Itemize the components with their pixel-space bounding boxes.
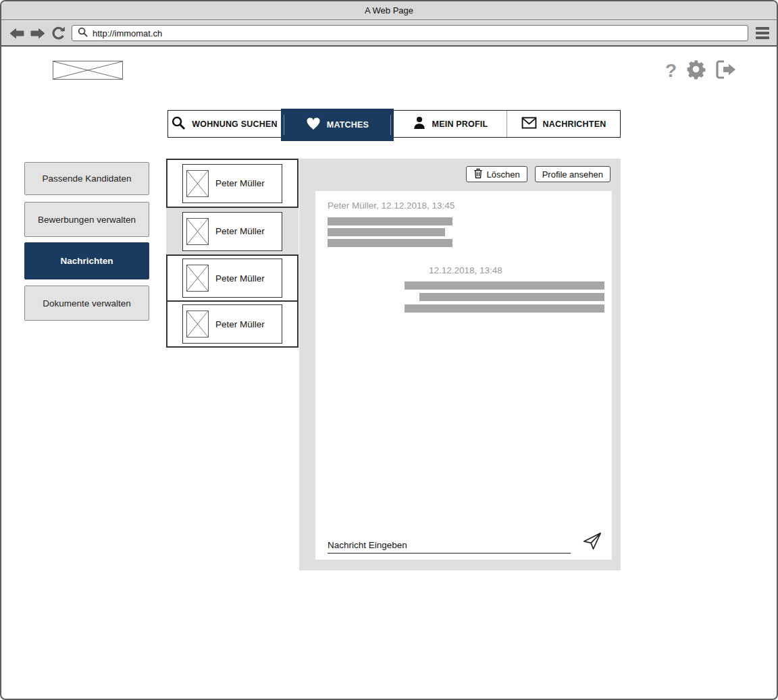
delete-button-label: Löschen (487, 169, 520, 180)
delete-conversation-button[interactable]: Löschen (466, 166, 527, 182)
avatar-placeholder (186, 218, 209, 245)
message-input[interactable]: Nachricht Eingeben (328, 540, 571, 554)
tab-label: MEIN PROFIL (432, 119, 488, 129)
chat-panel: Löschen Profile ansehen Peter Müller, 12… (299, 159, 621, 570)
sidebar-item-bewerbungen-verwalten[interactable]: Bewerbungen verwalten (24, 202, 149, 237)
tab-matches[interactable]: MATCHES (281, 109, 394, 141)
url-search-icon (78, 27, 88, 39)
contact-name: Peter Müller (215, 178, 265, 188)
tab-label: NACHRICHTEN (543, 119, 606, 129)
search-icon (172, 116, 186, 132)
message-meta: Peter Müller, 12.12.2018, 13:45 (328, 200, 455, 211)
message-text-placeholder (328, 217, 452, 247)
tab-wohnung-suchen[interactable]: WOHNUNG SUCHEN (168, 111, 281, 137)
contact-name: Peter Müller (215, 319, 265, 329)
contact-name: Peter Müller (215, 273, 265, 284)
sidebar-item-passende-kandidaten[interactable]: Passende Kandidaten (24, 162, 149, 195)
browser-toolbar: http://immomat.ch (1, 21, 777, 47)
avatar-placeholder (186, 170, 209, 197)
contact-list-group-bottom: Peter Müller Peter Müller (166, 254, 299, 348)
contact-card[interactable]: Peter Müller (182, 304, 282, 344)
tab-label: WOHNUNG SUCHEN (192, 119, 277, 129)
contact-row: Peter Müller (167, 300, 297, 346)
contact-list-group-top: Peter Müller (166, 159, 299, 208)
sidebar-item-dokumente-verwalten[interactable]: Dokumente verwalten (24, 286, 149, 321)
sidebar-item-label: Passende Kandidaten (42, 173, 131, 184)
trash-icon (473, 168, 483, 181)
tab-mein-profil[interactable]: MEIN PROFIL (394, 111, 507, 137)
url-bar[interactable]: http://immomat.ch (72, 25, 748, 41)
envelope-icon (521, 117, 537, 131)
person-icon (413, 116, 426, 132)
tab-nachrichten[interactable]: NACHRICHTEN (507, 111, 620, 137)
message-area: Peter Müller, 12.12.2018, 13:45 12.12.20… (315, 191, 612, 560)
settings-gear-icon[interactable] (685, 59, 706, 82)
view-profile-button[interactable]: Profile ansehen (535, 166, 611, 182)
main-nav-tabs: WOHNUNG SUCHEN MATCHES MEIN PROFIL NACHR… (167, 110, 621, 138)
message-meta: 12.12.2018, 13:48 (429, 265, 502, 275)
window-titlebar: A Web Page (1, 1, 777, 20)
heart-icon (306, 117, 321, 132)
refresh-icon[interactable] (51, 26, 66, 41)
profile-button-label: Profile ansehen (542, 169, 603, 180)
menu-icon[interactable] (754, 26, 771, 41)
browser-window: A Web Page http://immomat.ch ? (0, 0, 778, 700)
sidebar-item-label: Dokumente verwalten (43, 298, 131, 308)
message-text-placeholder (405, 281, 604, 313)
contact-card[interactable]: Peter Müller (182, 212, 282, 251)
back-icon[interactable] (9, 28, 24, 39)
message-input-placeholder: Nachricht Eingeben (328, 540, 407, 550)
avatar-placeholder (186, 265, 209, 292)
help-icon[interactable]: ? (665, 61, 677, 80)
sidebar-item-nachrichten[interactable]: Nachrichten (24, 242, 149, 279)
contact-card[interactable]: Peter Müller (182, 259, 282, 298)
contact-row: Peter Müller (167, 256, 297, 300)
forward-icon[interactable] (30, 28, 45, 39)
tab-label: MATCHES (327, 120, 369, 130)
sidebar-item-label: Bewerbungen verwalten (38, 215, 136, 225)
contact-list-selected-row[interactable]: Peter Müller (166, 208, 299, 254)
contact-name: Peter Müller (215, 226, 265, 236)
send-icon[interactable] (582, 531, 602, 554)
header-icons: ? (665, 59, 737, 82)
logo-placeholder (53, 61, 123, 80)
avatar-placeholder (186, 311, 209, 338)
logout-icon[interactable] (715, 59, 737, 82)
contact-card[interactable]: Peter Müller (182, 164, 282, 203)
chat-actions: Löschen Profile ansehen (466, 166, 611, 182)
sidebar-item-label: Nachrichten (60, 256, 113, 266)
url-text: http://immomat.ch (93, 28, 162, 38)
window-title: A Web Page (365, 5, 413, 16)
